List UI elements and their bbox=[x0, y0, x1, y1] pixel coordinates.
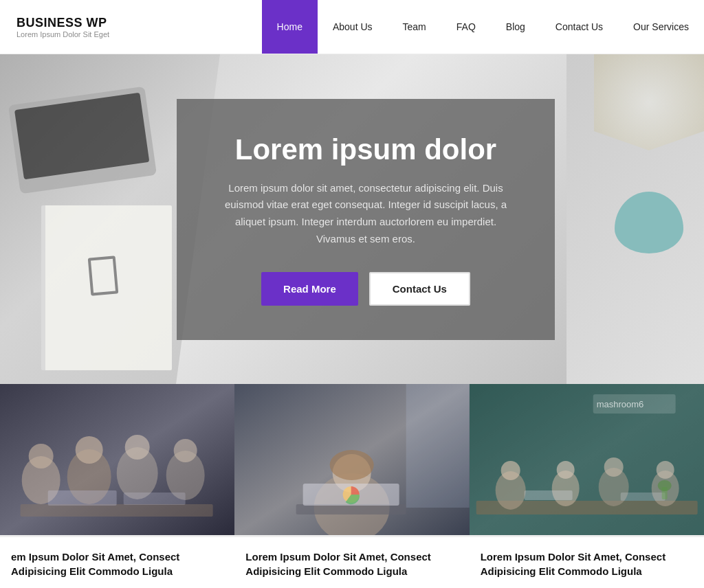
nav-item-our-services[interactable]: Our Services bbox=[618, 0, 704, 54]
contact-us-button[interactable]: Contact Us bbox=[369, 272, 470, 306]
card-1-body: em Ipsum Dolor Sit Amet, Consect Adipisi… bbox=[0, 535, 234, 587]
svg-point-4 bbox=[76, 436, 103, 464]
logo-title: BUSINESS WP bbox=[16, 16, 135, 30]
svg-point-15 bbox=[330, 450, 374, 480]
svg-point-30 bbox=[604, 457, 623, 477]
read-more-button[interactable]: Read More bbox=[261, 272, 358, 306]
svg-rect-9 bbox=[21, 504, 213, 517]
site-header: BUSINESS WP Lorem Ipsum Dolor Sit Eget H… bbox=[0, 0, 704, 54]
logo-subtitle: Lorem Ipsum Dolor Sit Eget bbox=[16, 30, 135, 38]
nav-item-blog[interactable]: Blog bbox=[491, 0, 540, 54]
svg-point-26 bbox=[500, 461, 520, 480]
flowers-decoration bbox=[594, 54, 704, 150]
card-2-title: Lorem Ipsum Dolor Sit Amet, Consect Adip… bbox=[245, 550, 458, 578]
laptop-screen bbox=[14, 93, 149, 180]
main-nav: HomeAbout UsTeamFAQBlogContact UsOur Ser… bbox=[262, 0, 704, 54]
nav-item-contact-us[interactable]: Contact Us bbox=[540, 0, 618, 54]
nav-item-team[interactable]: Team bbox=[388, 0, 441, 54]
svg-point-2 bbox=[29, 444, 54, 468]
card-3: mashroom6 Lorem Ipsum Do bbox=[470, 384, 704, 587]
hero-buttons: Read More Contact Us bbox=[214, 272, 517, 306]
laptop-decoration bbox=[8, 87, 157, 194]
logo-area: BUSINESS WP Lorem Ipsum Dolor Sit Eget bbox=[0, 16, 151, 38]
svg-rect-33 bbox=[524, 490, 572, 500]
cards-section: em Ipsum Dolor Sit Amet, Consect Adipisi… bbox=[0, 384, 704, 587]
card-2-svg bbox=[234, 384, 469, 535]
svg-point-36 bbox=[657, 480, 671, 491]
svg-point-6 bbox=[125, 435, 150, 460]
svg-point-28 bbox=[556, 461, 574, 479]
svg-rect-34 bbox=[620, 493, 665, 501]
svg-text:mashroom6: mashroom6 bbox=[596, 399, 644, 409]
card-3-svg: mashroom6 bbox=[470, 384, 704, 535]
nav-item-faq[interactable]: FAQ bbox=[441, 0, 491, 54]
card-1-title: em Ipsum Dolor Sit Amet, Consect Adipisi… bbox=[11, 550, 223, 578]
hero-section: Lorem ipsum dolor Lorem ipsum dolor sit … bbox=[0, 54, 704, 384]
card-1-svg bbox=[0, 384, 234, 535]
nav-item-about-us[interactable]: About Us bbox=[318, 0, 388, 54]
card-3-title: Lorem Ipsum Dolor Sit Amet, Consect Adip… bbox=[481, 550, 693, 578]
card-3-body: Lorem Ipsum Dolor Sit Amet, Consect Adip… bbox=[470, 535, 704, 587]
card-1: em Ipsum Dolor Sit Amet, Consect Adipisi… bbox=[0, 384, 234, 587]
nav-item-home[interactable]: Home bbox=[262, 0, 318, 54]
svg-rect-10 bbox=[48, 490, 117, 506]
svg-rect-11 bbox=[124, 493, 186, 505]
card-2-image bbox=[234, 384, 469, 535]
card-3-image: mashroom6 bbox=[470, 384, 704, 535]
binder-clip-decoration bbox=[88, 256, 119, 295]
svg-rect-16 bbox=[296, 504, 406, 514]
svg-point-32 bbox=[656, 461, 674, 479]
card-1-image bbox=[0, 384, 234, 535]
card-2: Lorem Ipsum Dolor Sit Amet, Consect Adip… bbox=[234, 384, 469, 587]
card-2-body: Lorem Ipsum Dolor Sit Amet, Consect Adip… bbox=[234, 535, 469, 587]
svg-rect-19 bbox=[406, 384, 470, 508]
svg-point-8 bbox=[174, 439, 197, 462]
hero-title: Lorem ipsum dolor bbox=[214, 133, 517, 166]
hero-body-text: Lorem ipsum dolor sit amet, consectetur … bbox=[214, 180, 517, 248]
hero-content-box: Lorem ipsum dolor Lorem ipsum dolor sit … bbox=[177, 99, 555, 340]
